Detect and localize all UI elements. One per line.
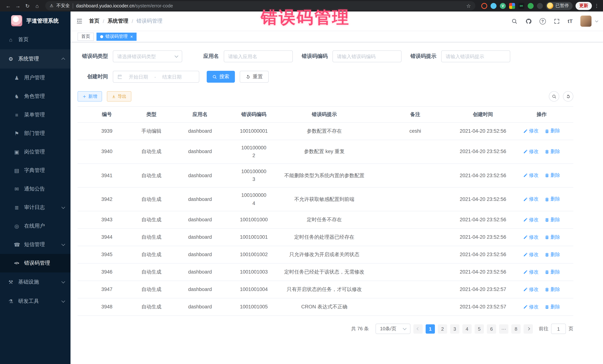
user-avatar[interactable] <box>580 16 591 27</box>
fullscreen-icon[interactable] <box>554 18 560 24</box>
extension-icon[interactable] <box>528 3 533 9</box>
page-button-6[interactable]: 6 <box>487 324 496 333</box>
back-icon[interactable]: ← <box>4 3 13 9</box>
delete-link[interactable]: 删除 <box>545 195 560 203</box>
delete-link[interactable]: 删除 <box>545 148 560 156</box>
edit-link[interactable]: 修改 <box>523 286 539 294</box>
edit-link[interactable]: 修改 <box>523 268 539 276</box>
browser-home-icon[interactable]: ⌂ <box>33 3 42 9</box>
extension-icon[interactable] <box>509 3 515 9</box>
forward-icon[interactable]: → <box>13 3 22 9</box>
edit-link[interactable]: 修改 <box>523 216 539 224</box>
delete-link[interactable]: 删除 <box>545 268 560 276</box>
menu-item-notice[interactable]: ✉ 通知公告 <box>0 180 70 198</box>
start-date-input[interactable] <box>125 74 152 79</box>
app-name-field[interactable] <box>224 50 293 62</box>
menu-item-sms[interactable]: ☎ 短信管理 <box>0 235 70 254</box>
browser-menu-icon[interactable]: ⋮ <box>594 3 599 9</box>
more-pages-button[interactable]: ··· <box>499 324 508 333</box>
breadcrumb-system[interactable]: 系统管理 <box>108 18 128 24</box>
page-button-8[interactable]: 8 <box>511 324 521 333</box>
edit-link[interactable]: 修改 <box>523 172 539 179</box>
menu-item-menu[interactable]: ≡ 菜单管理 <box>0 106 70 124</box>
goto-page-input[interactable] <box>551 324 566 334</box>
reset-button[interactable]: 重置 <box>240 71 269 83</box>
sidebar-collapse-icon[interactable] <box>76 18 83 24</box>
bookmark-star-icon[interactable]: ☆ <box>466 3 471 9</box>
page-size-select[interactable] <box>376 324 410 334</box>
error-hint-input[interactable] <box>446 54 506 59</box>
menu-item-infra[interactable]: ⚒ 基础设施 <box>0 272 70 292</box>
error-type-select-input[interactable] <box>117 54 173 59</box>
page-button-1[interactable]: 1 <box>426 324 435 333</box>
add-button[interactable]: 新增 <box>78 91 102 101</box>
toggle-search-button[interactable] <box>549 91 559 101</box>
breadcrumb-home[interactable]: 首页 <box>89 18 99 24</box>
help-icon[interactable]: ? <box>540 18 546 24</box>
menu-item-dept[interactable]: ⚑ 部门管理 <box>0 124 70 143</box>
search-icon[interactable] <box>511 18 518 24</box>
page-button-2[interactable]: 2 <box>438 324 447 333</box>
tab-home[interactable]: 首页 <box>78 33 94 41</box>
org-tree-icon: ⚑ <box>14 131 20 136</box>
menu-item-dict[interactable]: ▤ 字典管理 <box>0 161 70 180</box>
date-range-picker[interactable]: - <box>113 71 199 83</box>
error-hint-field[interactable] <box>441 50 510 62</box>
edit-link[interactable]: 修改 <box>523 303 539 311</box>
error-code-input[interactable] <box>337 54 397 59</box>
menu-item-system[interactable]: ⚙ 系统管理 <box>0 49 70 69</box>
tab-error-code[interactable]: 错误码管理 × <box>96 33 137 41</box>
address-bar[interactable]: ⚠ 不安全 dashboard.yudao.iocoder.cn/system/… <box>45 1 475 10</box>
security-warning-icon[interactable]: ⚠ <box>50 3 53 8</box>
edit-link[interactable]: 修改 <box>523 127 539 135</box>
menu-item-devtools[interactable]: ⚗ 研发工具 <box>0 292 70 311</box>
menu-item-home[interactable]: ⌂ 首页 <box>0 30 70 49</box>
end-date-input[interactable] <box>158 74 186 79</box>
menu-label: 在线用户 <box>24 223 45 230</box>
delete-link[interactable]: 删除 <box>545 286 560 294</box>
menu-item-post[interactable]: ▣ 岗位管理 <box>0 143 70 161</box>
vue-devtools-icon[interactable]: V <box>500 3 506 9</box>
font-size-icon[interactable]: tT <box>568 18 573 24</box>
app-name-input[interactable] <box>228 54 288 59</box>
prev-page-button[interactable] <box>413 324 423 333</box>
extension-icon[interactable] <box>491 3 497 9</box>
edit-link[interactable]: 修改 <box>523 251 539 259</box>
extension-icon[interactable] <box>481 3 487 9</box>
page-size-value[interactable] <box>380 326 402 331</box>
refresh-table-button[interactable] <box>563 91 573 101</box>
edit-link[interactable]: 修改 <box>523 233 539 241</box>
page-button-3[interactable]: 3 <box>450 324 459 333</box>
delete-link[interactable]: 删除 <box>545 172 560 179</box>
cell-time: 2021-04-20 23:52:56 <box>456 144 510 159</box>
browser-update-button[interactable]: 更新 <box>576 2 592 10</box>
menu-item-role[interactable]: ♞ 角色管理 <box>0 87 70 106</box>
delete-link[interactable]: 删除 <box>545 127 560 135</box>
app-logo[interactable]: 芋道管理系统 <box>0 11 70 30</box>
extension-icon[interactable] <box>537 3 543 9</box>
error-type-select[interactable] <box>113 50 182 62</box>
profile-sync-paused-chip[interactable]: 已暂停 <box>546 2 573 10</box>
avatar-caret-icon[interactable] <box>595 19 598 22</box>
menu-item-error-code[interactable]: </> 错误码管理 <box>0 254 70 272</box>
reload-icon[interactable]: ↻ <box>23 3 32 9</box>
error-code-field[interactable] <box>333 50 402 62</box>
page-button-4[interactable]: 4 <box>462 324 472 333</box>
delete-link[interactable]: 删除 <box>545 233 560 241</box>
page-button-5[interactable]: 5 <box>475 324 484 333</box>
next-page-button[interactable] <box>524 324 533 333</box>
extension-icon[interactable]: on <box>518 3 524 9</box>
delete-link[interactable]: 删除 <box>545 303 560 311</box>
menu-item-audit-log[interactable]: ≣ 审计日志 <box>0 198 70 217</box>
edit-link[interactable]: 修改 <box>523 195 539 203</box>
export-button[interactable]: 导出 <box>107 91 131 101</box>
menu-item-user[interactable]: ♟ 用户管理 <box>0 69 70 87</box>
delete-link[interactable]: 删除 <box>545 251 560 259</box>
delete-link[interactable]: 删除 <box>545 216 560 224</box>
edit-link[interactable]: 修改 <box>523 148 539 156</box>
github-icon[interactable] <box>525 18 532 24</box>
close-icon[interactable]: × <box>130 34 133 39</box>
cell-code: 1001001002 <box>233 247 274 263</box>
search-button[interactable]: 搜索 <box>207 71 235 83</box>
menu-item-online-users[interactable]: ◎ 在线用户 <box>0 217 70 235</box>
